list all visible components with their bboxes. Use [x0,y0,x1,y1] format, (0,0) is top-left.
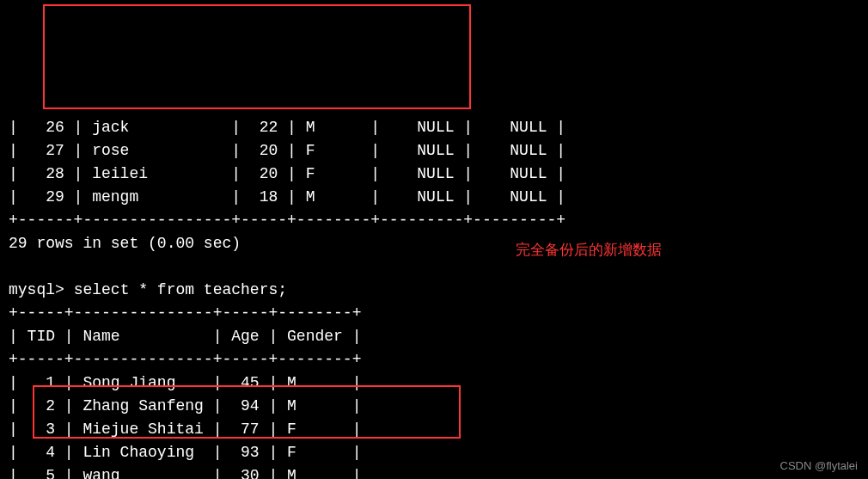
table-row: | 1 | Song Jiang | 45 | M | [9,374,361,391]
table-row: | 26 | jack | 22 | M | NULL | NULL | [9,119,565,136]
mysql-prompt[interactable]: mysql> [9,281,74,298]
table-separator: +------+----------------+-----+--------+… [9,212,565,229]
table-separator: +-----+---------------+-----+--------+ [9,351,361,368]
table-header: | TID | Name | Age | Gender | [9,328,361,345]
table-row: | 5 | wang | 30 | M | [9,467,361,479]
table-row: | 27 | rose | 20 | F | NULL | NULL | [9,142,565,159]
table-row: | 2 | Zhang Sanfeng | 94 | M | [9,397,361,415]
terminal-output: | 26 | jack | 22 | M | NULL | NULL | | 2… [0,93,868,479]
sql-query: select * from teachers; [74,281,287,298]
table-row: | 29 | mengm | 18 | M | NULL | NULL | [9,188,565,206]
prompt-line: mysql> select * from teachers; [9,281,287,298]
table-separator: +-----+---------------+-----+--------+ [9,304,361,322]
watermark: CSDN @flytalei [780,458,859,475]
annotation-text: 完全备份后的新增数据 [516,239,662,261]
table-row: | 28 | leilei | 20 | F | NULL | NULL | [9,165,565,182]
result-count: 29 rows in set (0.00 sec) [9,235,241,252]
table-row: | 4 | Lin Chaoying | 93 | F | [9,444,361,461]
table-row: | 3 | Miejue Shitai | 77 | F | [9,421,361,438]
